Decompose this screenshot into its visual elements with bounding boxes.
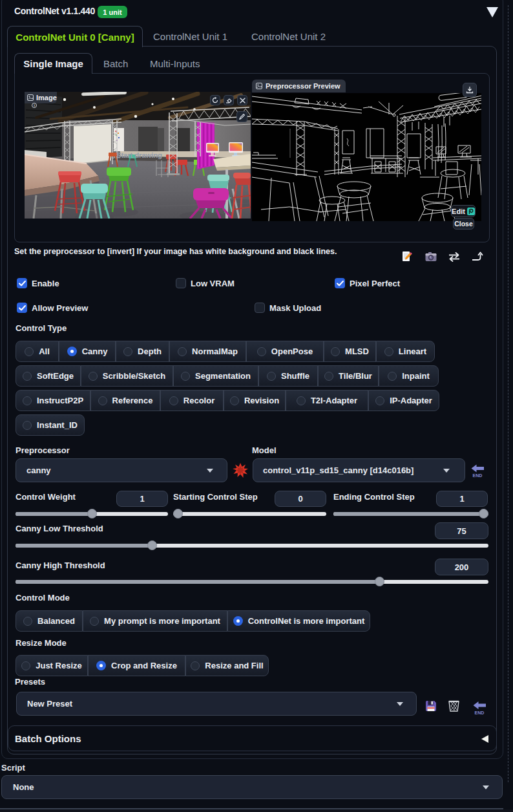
svg-text:END: END <box>475 710 485 715</box>
svg-text:END: END <box>473 473 483 478</box>
